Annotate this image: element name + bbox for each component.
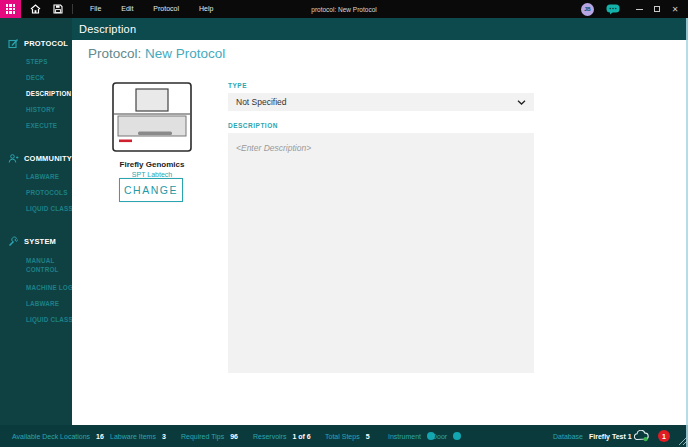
page-title: Description [79, 23, 136, 35]
home-button[interactable] [30, 4, 41, 14]
sidebar-section-label: SYSTEM [24, 237, 56, 246]
stat-label: Required Tips [181, 433, 224, 440]
titlebar: File Edit Protocol Help protocol: New Pr… [0, 0, 688, 18]
menu-protocol[interactable]: Protocol [143, 0, 189, 18]
instrument-name: Firefly Genomics [112, 160, 192, 169]
sidebar-item-manual-control[interactable]: MANUAL CONTROL [0, 256, 36, 275]
indicator-label: Instrument [388, 433, 421, 440]
stat-reservoirs: Reservoirs 1 of 6 [253, 425, 311, 447]
sidebar-item-system-labware[interactable]: LABWARE [0, 300, 72, 307]
save-icon [53, 4, 63, 14]
instrument-figure: Firefly Genomics SPT Labtech [112, 82, 192, 178]
save-button[interactable] [53, 4, 63, 14]
maximize-icon [654, 6, 660, 12]
description-placeholder: <Enter Description> [236, 143, 311, 153]
app-launcher-button[interactable] [0, 0, 21, 18]
cloud-icon [634, 430, 649, 442]
stat-label: Total Steps [325, 433, 360, 440]
window-maximize-button[interactable] [648, 0, 666, 18]
stat-value: 5 [366, 433, 370, 440]
database-status: Database Firefly Test 1 [553, 425, 632, 447]
sidebar-item-community-labware[interactable]: LABWARE [0, 173, 72, 180]
window-minimize-button[interactable] [630, 0, 648, 18]
sidebar-item-community-protocols[interactable]: PROTOCOLS [0, 189, 72, 196]
chevron-down-icon [517, 100, 526, 105]
sidebar-item-steps[interactable]: STEPS [0, 58, 72, 65]
feedback-button[interactable] [606, 4, 620, 15]
sidebar-section-label: COMMUNITY [24, 154, 72, 163]
heading-prefix: Protocol: [88, 46, 141, 61]
sidebar-section-community: COMMUNITY [0, 153, 72, 164]
grid-icon [6, 4, 15, 13]
chat-bubble-icon [606, 4, 620, 15]
cloud-sync-button[interactable] [634, 430, 649, 443]
protocol-heading: Protocol: New Protocol [88, 46, 225, 61]
stat-available-deck-locations: Available Deck Locations 16 [12, 425, 104, 447]
instrument-image [112, 82, 192, 152]
sidebar-item-history[interactable]: HISTORY [0, 106, 72, 113]
sidebar-item-execute[interactable]: EXECUTE [0, 122, 72, 129]
sidebar: PROTOCOL STEPS DECK DESCRIPTION HISTORY … [0, 18, 72, 425]
change-instrument-button[interactable]: CHANGE [119, 178, 183, 202]
home-icon [30, 4, 41, 14]
user-avatar[interactable]: JB [581, 3, 594, 16]
menu-edit[interactable]: Edit [111, 0, 143, 18]
titlebar-separator [72, 4, 73, 14]
stat-label: Available Deck Locations [12, 433, 90, 440]
statusbar: Available Deck Locations 16 Labware Item… [0, 425, 688, 447]
stat-total-steps: Total Steps 5 [325, 425, 370, 447]
protocol-form: TYPE Not Specified DESCRIPTION <Enter De… [228, 82, 534, 373]
sidebar-item-community-liquid-classes[interactable]: LIQUID CLASSES [0, 205, 72, 212]
door-status: Door [432, 425, 461, 447]
description-textarea[interactable]: <Enter Description> [228, 133, 534, 373]
heading-protocol-name: New Protocol [145, 46, 225, 61]
instrument-status: Instrument [388, 425, 435, 447]
door-status-dot [453, 432, 461, 440]
type-select-value: Not Specified [236, 97, 287, 107]
stat-value: 96 [230, 433, 238, 440]
database-value: Firefly Test 1 [589, 433, 632, 440]
main-content: Protocol: New Protocol Firefly Genomics … [72, 40, 688, 425]
window-close-button[interactable]: ✕ [666, 0, 684, 18]
stat-labware-items: Labware Items 3 [110, 425, 166, 447]
sidebar-section-system: SYSTEM [0, 236, 72, 247]
database-label: Database [553, 433, 583, 440]
type-field-label: TYPE [228, 82, 534, 89]
sidebar-section-label: PROTOCOL [24, 39, 68, 48]
sidebar-section-protocol: PROTOCOL [0, 38, 72, 49]
sidebar-item-machine-logs[interactable]: MACHINE LOGS [0, 284, 72, 291]
sidebar-item-deck[interactable]: DECK [0, 74, 72, 81]
stat-value: 3 [162, 433, 166, 440]
wrench-icon [8, 236, 19, 247]
page-header: Description [72, 18, 688, 40]
menu-help[interactable]: Help [189, 0, 223, 18]
stat-label: Reservoirs [253, 433, 286, 440]
type-select[interactable]: Not Specified [228, 93, 534, 111]
stat-label: Labware Items [110, 433, 156, 440]
stat-value: 1 of 6 [292, 433, 310, 440]
instrument-vendor: SPT Labtech [112, 171, 192, 178]
stat-value: 16 [96, 433, 104, 440]
indicator-label: Door [432, 433, 447, 440]
stat-required-tips: Required Tips 96 [181, 425, 238, 447]
notification-badge[interactable]: 1 [658, 430, 670, 442]
edit-icon [8, 38, 19, 49]
sidebar-item-description[interactable]: DESCRIPTION [0, 90, 72, 97]
minimize-icon [636, 9, 643, 10]
sidebar-item-system-liquid-classes[interactable]: LIQUID CLASSES [0, 316, 72, 323]
description-field-label: DESCRIPTION [228, 122, 534, 129]
menu-file[interactable]: File [80, 0, 111, 18]
people-icon [8, 153, 19, 164]
